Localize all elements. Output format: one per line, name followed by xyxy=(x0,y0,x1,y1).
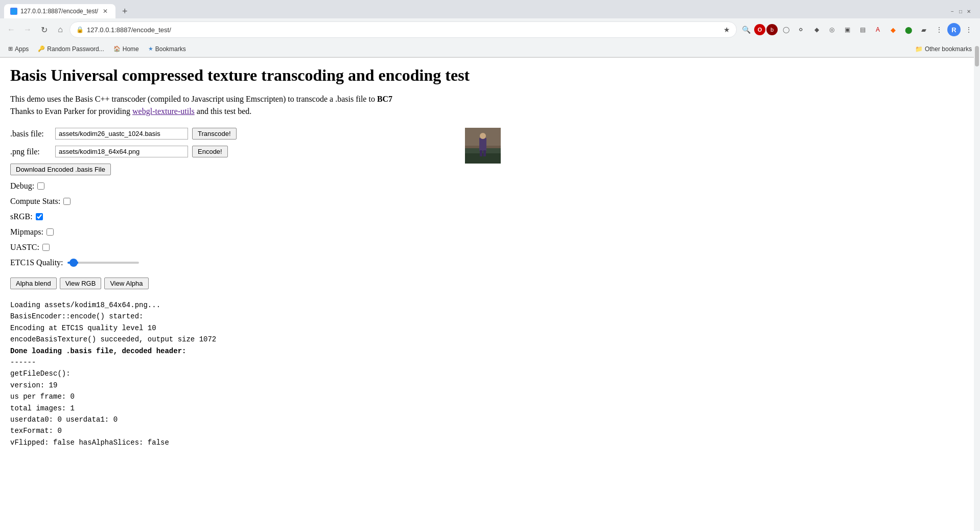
bookmark-bookmarks[interactable]: ★ Bookmarks xyxy=(144,43,190,55)
ext-icon-gray4[interactable]: ◎ xyxy=(825,22,839,37)
compute-stats-row: Compute Stats: xyxy=(10,197,603,206)
profile-avatar[interactable]: R xyxy=(947,23,961,36)
search-icon-btn[interactable]: 🔍 xyxy=(739,22,753,37)
console-line-12: vFlipped: false hasAlphaSlices: false xyxy=(10,437,603,448)
bookmark-home[interactable]: 🏠 Home xyxy=(109,43,143,55)
debug-checkbox[interactable] xyxy=(37,182,44,190)
back-button[interactable]: ← xyxy=(4,22,18,37)
basis-file-row: .basis file: Transcode! xyxy=(10,128,603,140)
basis-file-input[interactable] xyxy=(55,128,188,140)
transcode-button[interactable]: Transcode! xyxy=(192,128,237,140)
other-bookmarks-label: Other bookmarks xyxy=(925,45,972,53)
debug-row: Debug: xyxy=(10,181,603,191)
view-alpha-button[interactable]: View Alpha xyxy=(104,278,148,289)
other-bookmarks[interactable]: 📁 Other bookmarks xyxy=(911,43,976,55)
refresh-button[interactable]: ↻ xyxy=(37,22,51,37)
svg-rect-7 xyxy=(480,150,482,156)
extension-icons: 🔍 O b ◯ ⭘ ◆ ◎ ▣ ▤ A ◆ ⬤ ▰ ⋮ R ⋮ xyxy=(739,22,976,37)
download-row: Download Encoded .basis File xyxy=(10,164,603,175)
uastc-label: UASTC: xyxy=(10,243,39,252)
browser-chrome: 🌐 127.0.0.1:8887/encode_test/ ✕ + − □ ✕ … xyxy=(0,0,980,58)
console-output: Loading assets/kodim18_64x64.png...Basis… xyxy=(10,299,603,448)
srgb-checkbox[interactable] xyxy=(36,213,43,220)
console-line-0: Loading assets/kodim18_64x64.png... xyxy=(10,299,603,311)
console-line-3: encodeBasisTexture() succeeded, output s… xyxy=(10,334,603,345)
mipmaps-checkbox[interactable] xyxy=(46,228,54,236)
console-line-1: BasisEncoder::encode() started: xyxy=(10,311,603,322)
svg-rect-4 xyxy=(465,153,501,164)
webgl-texture-utils-link[interactable]: webgl-texture-utils xyxy=(132,107,195,116)
tab-bar: 🌐 127.0.0.1:8887/encode_test/ ✕ + − □ ✕ xyxy=(0,0,980,18)
console-line-7: version: 19 xyxy=(10,380,603,391)
ext-icon-acrobat[interactable]: A xyxy=(871,22,885,37)
ext-icon-red[interactable]: O xyxy=(754,24,765,35)
bookmark-random-password-label: Random Password... xyxy=(47,45,104,53)
download-button[interactable]: Download Encoded .basis File xyxy=(10,164,111,175)
uastc-checkbox[interactable] xyxy=(42,244,50,251)
tab-favicon: 🌐 xyxy=(10,8,17,15)
minimize-button[interactable]: − xyxy=(949,8,955,14)
chrome-menu[interactable]: ⋮ xyxy=(962,22,976,37)
uastc-row: UASTC: xyxy=(10,243,603,252)
page-content: Basis Universal compressed texture trans… xyxy=(0,58,613,456)
bookmark-apps[interactable]: ⊞ Apps xyxy=(4,43,33,55)
svg-point-6 xyxy=(480,133,486,139)
lock-icon: 🔒 xyxy=(76,26,84,33)
folder-icon: 📁 xyxy=(915,45,923,53)
ext-icon-gray1[interactable]: ◯ xyxy=(779,22,793,37)
ext-dots[interactable]: ⋮ xyxy=(932,22,946,37)
svg-rect-5 xyxy=(479,138,486,151)
console-line-10: userdata0: 0 userdata1: 0 xyxy=(10,414,603,425)
bookmarks-right: 📁 Other bookmarks xyxy=(911,43,976,55)
forward-button[interactable]: → xyxy=(20,22,35,37)
compute-stats-checkbox[interactable] xyxy=(63,198,71,205)
alpha-blend-button[interactable]: Alpha blend xyxy=(10,278,57,289)
form-section: .basis file: Transcode! .png file: Encod… xyxy=(10,128,603,289)
tab-close-button[interactable]: ✕ xyxy=(101,7,109,15)
bookmark-star-icon[interactable]: ★ xyxy=(724,26,730,34)
new-tab-button[interactable]: + xyxy=(118,4,132,18)
bookmarks-bar: ⊞ Apps 🔑 Random Password... 🏠 Home ★ Boo… xyxy=(0,41,980,57)
maximize-button[interactable]: □ xyxy=(958,8,964,14)
etc1s-quality-label: ETC1S Quality: xyxy=(10,258,63,267)
ext-icon-green[interactable]: ⬤ xyxy=(901,22,916,37)
mipmaps-row: Mipmaps: xyxy=(10,227,603,237)
encode-button[interactable]: Encode! xyxy=(192,146,228,157)
etc1s-quality-row: ETC1S Quality: xyxy=(10,258,603,267)
bookmark-random-password[interactable]: 🔑 Random Password... xyxy=(34,43,108,55)
ext-icon-orange[interactable]: ◆ xyxy=(886,22,900,37)
address-input[interactable] xyxy=(87,26,720,34)
description-text-before: This demo uses the Basis C++ transcoder … xyxy=(10,95,377,103)
home-button[interactable]: ⌂ xyxy=(53,22,67,37)
console-line-5: ------ xyxy=(10,357,603,368)
ext-icon-gray2[interactable]: ⭘ xyxy=(794,22,808,37)
star-bookmark-icon: ★ xyxy=(148,45,153,52)
description-after: and this test bed. xyxy=(195,107,252,116)
active-tab[interactable]: 🌐 127.0.0.1:8887/encode_test/ ✕ xyxy=(4,4,115,18)
png-file-row: .png file: Encode! xyxy=(10,146,603,157)
etc1s-quality-slider[interactable] xyxy=(67,262,139,264)
png-file-input[interactable] xyxy=(55,146,188,157)
nav-bar: ← → ↻ ⌂ 🔒 ★ 🔍 O b ◯ ⭘ ◆ ◎ ▣ ▤ A ◆ ⬤ ▰ ⋮ … xyxy=(0,18,980,41)
mipmaps-label: Mipmaps: xyxy=(10,227,43,237)
scrollbar-thumb[interactable] xyxy=(975,46,979,66)
apps-icon: ⊞ xyxy=(8,45,13,52)
close-button[interactable]: ✕ xyxy=(966,8,972,14)
address-bar-container[interactable]: 🔒 ★ xyxy=(69,21,737,38)
png-file-label: .png file: xyxy=(10,147,51,156)
console-line-11: texFormat: 0 xyxy=(10,425,603,436)
console-line-2: Encoding at ETC1S quality level 10 xyxy=(10,322,603,334)
ext-icon-gray5[interactable]: ▣ xyxy=(840,22,854,37)
image-preview-placeholder xyxy=(465,128,501,164)
window-controls: − □ ✕ xyxy=(949,8,976,14)
image-preview xyxy=(465,128,501,164)
ext-icon-dark1[interactable]: b xyxy=(766,24,778,35)
ext-icon-gray6[interactable]: ▤ xyxy=(855,22,870,37)
console-line-8: us per frame: 0 xyxy=(10,391,603,402)
ext-icon-gray3[interactable]: ◆ xyxy=(809,22,824,37)
view-rgb-button[interactable]: View RGB xyxy=(60,278,102,289)
console-line-4: Done loading .basis file, decoded header… xyxy=(10,345,603,357)
ext-puzzle[interactable]: ▰ xyxy=(917,22,931,37)
scrollbar[interactable] xyxy=(974,45,980,456)
srgb-row: sRGB: xyxy=(10,212,603,221)
